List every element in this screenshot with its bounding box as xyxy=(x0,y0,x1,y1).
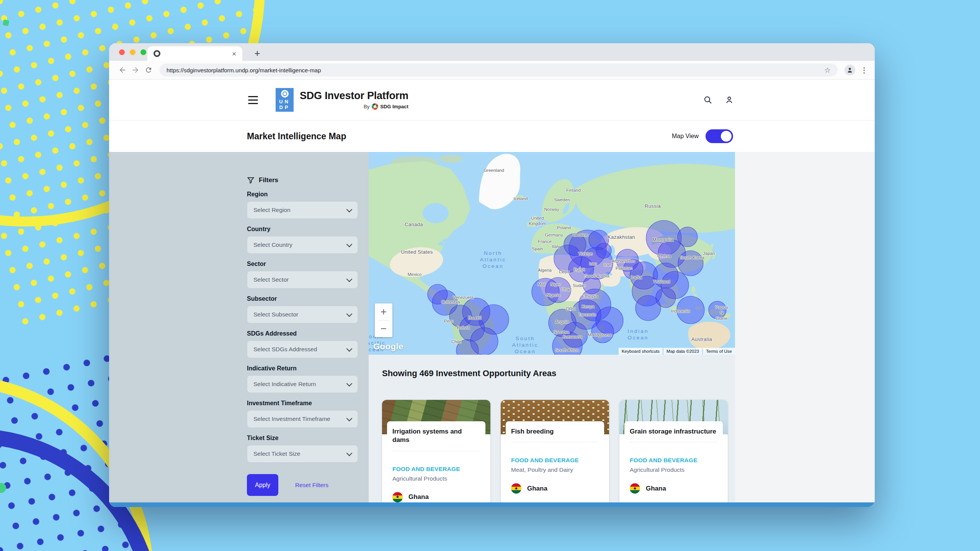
card-title-panel: Irrigation systems and dams xyxy=(387,421,485,447)
filter-group-ticket-size: Ticket Size Select Ticket Size xyxy=(247,435,358,463)
filter-group-indicative-return: Indicative Return Select Indicative Retu… xyxy=(247,365,358,393)
browser-tab-strip: × + xyxy=(109,43,875,61)
card-title: Fish breeding xyxy=(511,427,599,436)
green-square-decoration xyxy=(3,20,9,26)
card-title-panel: Fish breeding xyxy=(506,421,604,438)
card-title: Grain storage infrastructure xyxy=(630,427,717,436)
filter-group-investment-timeframe: Investment Timeframe Select Investment T… xyxy=(247,400,358,428)
close-window-button[interactable] xyxy=(119,49,125,55)
card-title-panel: Grain storage infrastructure xyxy=(624,421,723,438)
window-controls xyxy=(119,49,146,55)
filter-label-investment-timeframe: Investment Timeframe xyxy=(247,400,358,407)
filter-group-subsector: Subsector Select Subsector xyxy=(247,295,358,323)
new-tab-button[interactable]: + xyxy=(252,47,263,59)
card-country: Ghana xyxy=(392,492,480,502)
opportunity-cards: Irrigation systems and dams FOOD AND BEV… xyxy=(382,400,735,507)
site-favicon-icon xyxy=(154,50,160,57)
card-body: FOOD AND BEVERAGE Agricultural Products … xyxy=(382,451,490,507)
results-section: Showing 469 Investment Opportunity Areas… xyxy=(369,355,735,507)
map-marker[interactable] xyxy=(564,233,586,256)
map-marker[interactable] xyxy=(546,277,571,303)
toggle-knob xyxy=(721,131,732,142)
card-subsector: Agricultural Products xyxy=(630,466,717,473)
opportunity-card-grain-storage-infrastructure[interactable]: Grain storage infrastructure FOOD AND BE… xyxy=(619,400,728,507)
zoom-out-button[interactable]: − xyxy=(375,321,392,337)
opportunity-card-fish-breeding[interactable]: Fish breeding FOOD AND BEVERAGE Meat, Po… xyxy=(501,400,609,507)
filter-group-sdgs-addressed: SDGs Addressed Select SDGs Addressed xyxy=(247,330,358,358)
chevron-down-icon xyxy=(346,206,353,212)
card-body: FOOD AND BEVERAGE Agricultural Products … xyxy=(619,442,728,507)
filter-select-sector[interactable]: Select Sector xyxy=(247,271,358,289)
map-marker[interactable] xyxy=(677,296,704,324)
main-column: GreenlandIcelandCanadaUnited StatesMexic… xyxy=(369,152,735,507)
byline-brand: SDG Impact xyxy=(380,104,408,109)
filter-select-country[interactable]: Select Country xyxy=(247,236,358,254)
chevron-down-icon xyxy=(346,380,353,386)
reset-filters-link[interactable]: Reset Filters xyxy=(295,482,328,489)
map-view-toggle[interactable] xyxy=(706,129,733,143)
undp-letters: UNDP xyxy=(279,99,290,110)
filter-select-subsector[interactable]: Select Subsector xyxy=(247,306,358,323)
google-logo: Google xyxy=(373,342,403,352)
ghana-flag-icon xyxy=(630,483,640,494)
map-marker[interactable] xyxy=(591,321,614,343)
forward-button[interactable] xyxy=(129,64,142,77)
map-view-label: Map View xyxy=(672,133,699,140)
filter-label-sdgs-addressed: SDGs Addressed xyxy=(247,330,358,337)
filter-group-country: Country Select Country xyxy=(247,226,358,254)
tab-close-icon[interactable]: × xyxy=(232,50,236,57)
filter-select-region[interactable]: Select Region xyxy=(247,201,358,219)
google-map[interactable]: GreenlandIcelandCanadaUnited StatesMexic… xyxy=(369,152,735,355)
card-sector: FOOD AND BEVERAGE xyxy=(630,457,717,464)
desktop-background: × + https://sdginvestorplatform.undp.org… xyxy=(0,0,980,551)
map-data-label: Map data ©2023 xyxy=(663,348,702,355)
opportunity-card-irrigation-systems-and-dams[interactable]: Irrigation systems and dams FOOD AND BEV… xyxy=(382,400,490,507)
undp-emblem-icon xyxy=(281,90,289,98)
hamburger-menu-icon[interactable] xyxy=(248,96,258,104)
back-button[interactable] xyxy=(116,64,129,77)
zoom-in-button[interactable]: + xyxy=(375,303,392,320)
filter-label-country: Country xyxy=(247,226,358,233)
filter-fields: Region Select Region Country Select Coun… xyxy=(247,191,358,463)
card-title: Irrigation systems and dams xyxy=(392,427,480,445)
map-marker[interactable] xyxy=(709,301,726,319)
filter-funnel-icon xyxy=(247,176,255,184)
map-marker[interactable] xyxy=(656,288,676,308)
filters-heading: Filters xyxy=(247,176,358,184)
card-country: Ghana xyxy=(511,483,599,494)
url-bar[interactable]: https://sdginvestorplatform.undp.org/mar… xyxy=(160,64,838,77)
apply-button[interactable]: Apply xyxy=(247,474,278,496)
filter-label-sector: Sector xyxy=(247,261,358,267)
card-country-name: Ghana xyxy=(527,485,547,492)
card-body: FOOD AND BEVERAGE Meat, Poultry and Dair… xyxy=(501,442,609,507)
page-content: Filters Region Select Region Country Sel… xyxy=(109,152,875,507)
filter-select-investment-timeframe[interactable]: Select Investment Timeframe xyxy=(247,410,358,428)
terms-of-use-link[interactable]: Terms of Use xyxy=(703,348,735,355)
card-country: Ghana xyxy=(630,483,717,494)
maximize-window-button[interactable] xyxy=(140,49,146,55)
browser-profile-avatar[interactable] xyxy=(844,65,855,75)
browser-tab[interactable]: × xyxy=(147,46,242,61)
filter-select-sdgs-addressed[interactable]: Select SDGs Addressed xyxy=(247,341,358,358)
browser-toolbar: https://sdginvestorplatform.undp.org/mar… xyxy=(109,61,875,80)
filter-select-indicative-return[interactable]: Select Indicative Return xyxy=(247,375,358,393)
bookmark-star-icon[interactable]: ☆ xyxy=(824,66,831,75)
account-icon[interactable] xyxy=(725,95,734,104)
site-brand: SDG Investor Platform By SDG Impact xyxy=(300,90,408,110)
map-attribution: Keyboard shortcuts Map data ©2023 Terms … xyxy=(619,348,735,355)
ghana-flag-icon xyxy=(392,492,403,502)
map-marker[interactable] xyxy=(596,243,611,258)
results-heading: Showing 469 Investment Opportunity Areas xyxy=(382,368,735,378)
browser-window: × + https://sdginvestorplatform.undp.org… xyxy=(109,43,875,507)
filter-select-ticket-size[interactable]: Select Ticket Size xyxy=(247,445,358,463)
search-icon[interactable] xyxy=(703,95,712,104)
card-country-name: Ghana xyxy=(408,493,429,501)
site-header: UNDP SDG Investor Platform By SDG Impact xyxy=(109,80,875,121)
minimize-window-button[interactable] xyxy=(130,49,136,55)
keyboard-shortcuts-link[interactable]: Keyboard shortcuts xyxy=(619,348,663,355)
undp-logo: UNDP xyxy=(276,88,294,112)
reload-button[interactable] xyxy=(142,64,155,77)
map-marker[interactable] xyxy=(678,251,703,276)
site-title: SDG Investor Platform xyxy=(300,90,408,102)
browser-menu-icon[interactable]: ⋮ xyxy=(861,66,868,75)
